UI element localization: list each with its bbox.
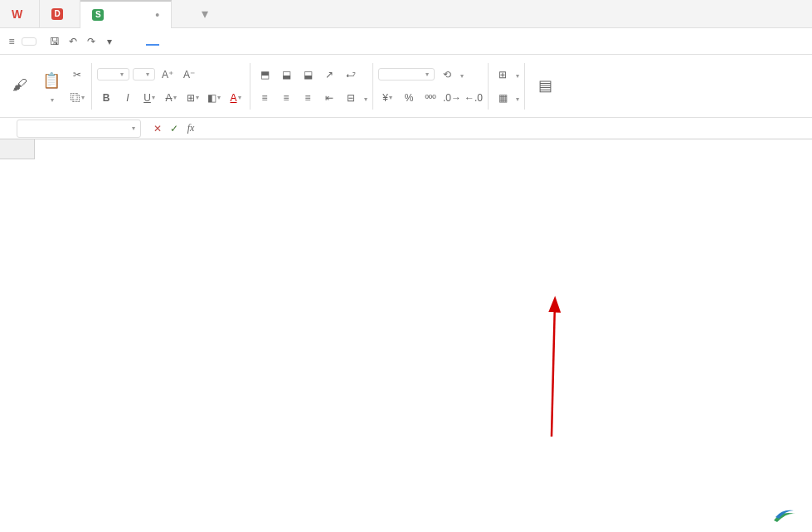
fill-color-button[interactable]: ◧▾ [205, 89, 223, 107]
format-painter-icon: 🖌 [8, 74, 32, 97]
wrap-text-button[interactable]: ⮐ [342, 66, 360, 84]
dropdown-icon[interactable]: ▾ [101, 33, 118, 50]
underline-button[interactable]: U▾ [140, 89, 158, 107]
worksheet-icon: ▦ [494, 89, 512, 107]
template-tab[interactable]: D [40, 0, 80, 28]
worksheet-button[interactable]: ▦ ▾ [494, 89, 519, 107]
menu-review[interactable] [287, 38, 300, 45]
paste-button[interactable]: 📋 ▾ [36, 67, 66, 105]
increase-decimal-button[interactable]: .0→ [443, 89, 461, 107]
italic-button[interactable]: I [119, 89, 137, 107]
copy-button[interactable]: ⿻▾ [68, 89, 86, 107]
tab-menu-button[interactable]: ▾ [195, 6, 215, 22]
menu-start[interactable] [146, 37, 159, 46]
spreadsheet [0, 139, 812, 159]
align-middle-button[interactable]: ⬓ [277, 66, 295, 84]
formula-confirm-button[interactable]: ✓ [166, 123, 182, 134]
number-format-select[interactable]: ▾ [378, 68, 435, 81]
undo-icon[interactable]: ↶ [65, 33, 81, 50]
svg-line-1 [552, 302, 555, 437]
rowcol-button[interactable]: ⊞ ▾ [494, 66, 519, 84]
formula-cancel-button[interactable]: ✕ [149, 123, 166, 134]
orientation-button[interactable]: ↗ [320, 66, 338, 84]
workbook-tab[interactable]: S • [80, 0, 172, 28]
menu-view[interactable] [315, 38, 328, 45]
menu-page[interactable] [202, 38, 216, 45]
titlebar: W D S • ▾ [0, 0, 812, 28]
menu-hamburger-icon[interactable]: ≡ [3, 33, 20, 50]
format-painter-button[interactable]: 🖌 [5, 72, 35, 100]
align-left-button[interactable]: ≡ [255, 89, 274, 107]
merge-button[interactable]: ⊟ [342, 89, 360, 107]
cut-button[interactable]: ✂ [68, 66, 86, 84]
formula-bar: ▾ ✕ ✓ fx [0, 118, 812, 139]
app-tab[interactable]: W [0, 0, 40, 28]
font-name-select[interactable]: ▾ [97, 68, 129, 81]
docer-icon: D [51, 8, 63, 20]
align-center-button[interactable]: ≡ [277, 89, 295, 107]
menu-file[interactable] [22, 37, 36, 46]
bold-button[interactable]: B [97, 89, 115, 107]
menu-formula[interactable] [231, 38, 244, 45]
conditional-format-button[interactable]: ▤ [530, 72, 560, 100]
menubar: ≡ 🖫 ↶ ↷ ▾ [0, 28, 812, 55]
menu-insert[interactable] [174, 38, 187, 45]
menu-data[interactable] [259, 38, 272, 45]
paste-icon: 📋 [40, 69, 63, 92]
save-icon[interactable]: 🖫 [46, 33, 63, 50]
align-bottom-button[interactable]: ⬓ [299, 66, 317, 84]
wps-logo-icon: W [12, 7, 22, 21]
chevron-down-icon: ▾ [132, 124, 135, 132]
font-color-button[interactable]: A▾ [226, 89, 245, 107]
fx-button[interactable]: fx [182, 122, 199, 134]
align-top-button[interactable]: ⬒ [255, 66, 274, 84]
conditional-format-icon: ▤ [533, 74, 557, 97]
indent-button[interactable]: ⇤ [320, 89, 338, 107]
border-button[interactable]: ⊞▾ [183, 89, 202, 107]
menu-tools[interactable] [343, 38, 357, 45]
decrease-font-button[interactable]: A⁻ [180, 66, 198, 84]
annotation-arrow [527, 295, 576, 445]
decrease-decimal-button[interactable]: ←.0 [464, 89, 483, 107]
strikethrough-button[interactable]: A▾ [162, 89, 180, 107]
watermark-logo-icon [772, 509, 797, 524]
select-all-corner[interactable] [0, 139, 35, 159]
sheets-icon: S [92, 9, 104, 21]
watermark [772, 509, 802, 525]
menu-member[interactable] [372, 38, 385, 45]
tab-modified-dot: • [155, 8, 159, 22]
percent-button[interactable]: % [400, 89, 418, 107]
redo-icon[interactable]: ↷ [83, 33, 100, 50]
convert-button[interactable]: ⟲ [438, 66, 456, 84]
align-right-button[interactable]: ≡ [299, 89, 317, 107]
rowcol-icon: ⊞ [494, 66, 512, 84]
ribbon: 🖌 📋 ▾ ✂ ⿻▾ ▾ ▾ A⁺ A⁻ B I U▾ A▾ ⊞▾ ◧▾ A▾ … [0, 55, 812, 118]
name-box[interactable]: ▾ [17, 120, 141, 138]
menu-efficiency[interactable] [400, 38, 413, 45]
comma-button[interactable]: ººº [421, 89, 440, 107]
increase-font-button[interactable]: A⁺ [158, 66, 177, 84]
font-size-select[interactable]: ▾ [133, 68, 155, 81]
menu-squaregrid[interactable] [428, 38, 441, 45]
currency-button[interactable]: ¥▾ [378, 89, 396, 107]
